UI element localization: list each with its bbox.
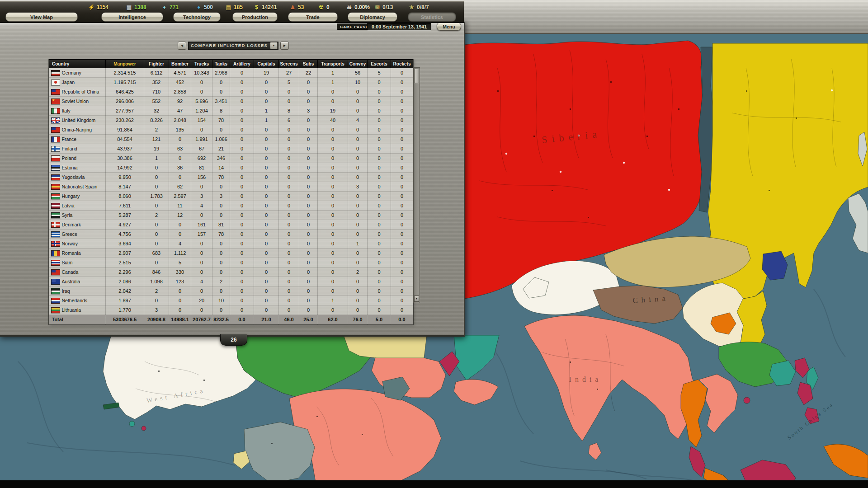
menu-button-trade[interactable]: Trade — [288, 12, 338, 22]
value-cell: 1.783 — [144, 192, 169, 201]
value-cell: 92 — [169, 97, 191, 106]
value-cell: 0 — [279, 173, 299, 182]
value-cell: 5 — [169, 258, 191, 267]
statistics-dropdown[interactable]: COMPARE INFLICTED LOSSES ▼ — [188, 42, 278, 50]
value-cell: 0 — [368, 97, 391, 106]
column-header-rockets[interactable]: Rockets — [391, 60, 413, 68]
menu-button[interactable]: Menu — [437, 22, 461, 31]
column-header-convoy[interactable]: Convoy — [348, 60, 368, 68]
column-header-transports[interactable]: Transports — [318, 60, 348, 68]
scroll-down-arrow-icon[interactable]: ▼ — [414, 296, 419, 302]
flag-icon — [51, 231, 60, 237]
value-cell: 0 — [254, 286, 279, 296]
flag-icon — [51, 222, 60, 228]
column-header-capitals[interactable]: Capitals — [254, 60, 279, 68]
country-cell: United Kingdom — [49, 116, 106, 125]
value-cell: 36 — [169, 163, 191, 173]
value-cell: 0 — [254, 230, 279, 239]
value-cell: 0 — [191, 305, 212, 315]
menu-button-technology[interactable]: Technology — [173, 12, 221, 22]
column-header-screens[interactable]: Screens — [279, 60, 299, 68]
value-cell: 0 — [348, 286, 368, 296]
value-cell: 0 — [299, 220, 318, 230]
flag-icon — [51, 146, 60, 152]
value-cell: 710 — [144, 87, 169, 97]
flag-icon — [51, 193, 60, 199]
value-cell: 0 — [368, 87, 391, 97]
column-header-fighter[interactable]: Fighter — [144, 60, 169, 68]
country-name: Australia — [62, 279, 80, 284]
value-cell: 3 — [348, 182, 368, 192]
total-value-cell: 0.0 — [230, 315, 254, 324]
value-cell: 0 — [212, 182, 230, 192]
value-cell: 10.343 — [191, 68, 212, 78]
column-header-escorts[interactable]: Escorts — [368, 60, 391, 68]
value-cell: 0 — [318, 182, 348, 192]
value-cell: 4 — [191, 201, 212, 211]
column-header-artillery[interactable]: Artillery — [230, 60, 254, 68]
value-cell: 0 — [368, 277, 391, 286]
country-name: Denmark — [62, 222, 81, 227]
table-scrollbar[interactable]: ▼ — [413, 67, 420, 303]
scrollbar-thumb[interactable] — [414, 69, 419, 83]
value-cell: 0 — [230, 116, 254, 125]
value-cell: 0 — [368, 144, 391, 154]
total-label: Total — [49, 315, 106, 324]
value-cell: 0 — [144, 296, 169, 305]
value-cell: 0 — [348, 192, 368, 201]
menu-button-production[interactable]: Production — [232, 12, 278, 22]
menu-button-diplomacy[interactable]: Diplomacy — [348, 12, 397, 22]
value-cell: 4.927 — [106, 220, 144, 230]
value-cell: 0 — [279, 249, 299, 258]
value-cell: 0 — [299, 87, 318, 97]
value-cell: 0 — [391, 249, 413, 258]
value-cell: 0 — [279, 192, 299, 201]
chevron-down-icon[interactable]: ▼ — [270, 42, 278, 49]
statistics-panel: GAME PAUSED 0:00 September 13, 1941 Menu… — [0, 22, 465, 337]
value-cell: 0 — [391, 68, 413, 78]
value-cell: 0 — [318, 144, 348, 154]
column-header-manpower[interactable]: Manpower — [106, 60, 144, 68]
value-cell: 0 — [299, 201, 318, 211]
value-cell: 6 — [279, 116, 299, 125]
total-value-cell: 76.0 — [348, 315, 368, 324]
value-cell: 2.296 — [106, 267, 144, 277]
country-name: Soviet Union — [62, 99, 89, 104]
country-name: Iraq — [62, 288, 70, 294]
value-cell: 3 — [299, 106, 318, 116]
value-cell: 0 — [254, 258, 279, 267]
value-cell: 0 — [191, 267, 212, 277]
table-row-romania: Romania2.9076831.1120000000000 — [49, 249, 413, 258]
column-header-tanks[interactable]: Tanks — [212, 60, 230, 68]
menu-button-statistics[interactable]: Statistics — [408, 12, 456, 22]
panel-collapse-tab[interactable]: 26 — [220, 334, 247, 346]
value-cell: 0 — [299, 144, 318, 154]
value-cell: 0 — [169, 135, 191, 144]
menu-button-view-map[interactable]: View Map — [5, 12, 78, 22]
column-header-trucks[interactable]: Trucks — [191, 60, 212, 68]
value-cell: 4.756 — [106, 230, 144, 239]
value-cell: 0 — [279, 258, 299, 267]
country-cell: China-Nanjing — [49, 125, 106, 135]
value-cell: 0 — [299, 296, 318, 305]
value-cell: 0 — [391, 267, 413, 277]
prev-page-button[interactable]: ◀ — [178, 42, 186, 50]
value-cell: 0 — [230, 68, 254, 78]
money-icon: $ — [253, 4, 260, 10]
value-cell: 0 — [368, 78, 391, 87]
next-page-button[interactable]: ▶ — [280, 42, 289, 50]
column-header-country[interactable]: Country — [49, 60, 106, 68]
value-cell: 0 — [279, 201, 299, 211]
value-cell: 0 — [391, 144, 413, 154]
flag-icon — [51, 155, 60, 161]
value-cell: 0 — [368, 230, 391, 239]
value-cell: 0 — [279, 211, 299, 220]
column-header-bomber[interactable]: Bomber — [169, 60, 191, 68]
menu-button-intelligence[interactable]: Intelligence — [101, 12, 163, 22]
value-cell: 0 — [212, 201, 230, 211]
value-cell: 0 — [254, 87, 279, 97]
value-cell: 78 — [212, 173, 230, 182]
resource-value: 771 — [170, 4, 179, 10]
column-header-subs[interactable]: Subs — [299, 60, 318, 68]
country-name: Finland — [62, 146, 77, 151]
